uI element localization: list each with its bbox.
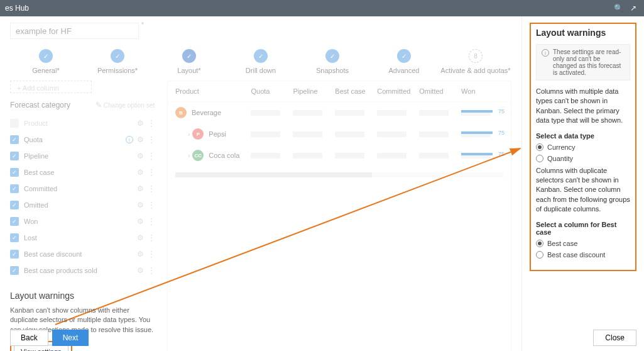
forecast-category-header: Forecast category ✎ Change option set <box>10 97 155 113</box>
checkbox-icon[interactable]: ✓ <box>10 184 19 193</box>
checkbox-icon[interactable]: ✓ <box>10 217 19 226</box>
more-icon[interactable]: ⋮ <box>148 233 155 242</box>
more-icon[interactable]: ⋮ <box>148 135 155 144</box>
checkbox-icon[interactable]: ✓ <box>10 201 19 209</box>
column-header[interactable]: Quota <box>251 87 293 95</box>
table-row[interactable]: ›CCCoca cola75 <box>168 145 511 166</box>
open-new-icon[interactable]: ↗ <box>628 4 639 13</box>
preview-header: ProductQuotaPipelineBest caseCommittedOm… <box>168 81 511 102</box>
more-icon[interactable]: ⋮ <box>148 217 155 226</box>
search-icon[interactable]: 🔍 <box>613 4 624 13</box>
radio-quantity[interactable]: Quantity <box>536 155 630 162</box>
radio-best-case-discount[interactable]: Best case discount <box>536 251 630 259</box>
checkbox-icon[interactable]: ✓ <box>10 266 19 275</box>
column-item[interactable]: ✓Best case⚙⋮ <box>10 165 155 180</box>
column-header[interactable]: Pipeline <box>293 87 335 95</box>
progress-bar <box>461 110 493 113</box>
gear-icon[interactable]: ⚙ <box>137 217 144 226</box>
step-permissions[interactable]: ✓Permissions* <box>82 49 153 74</box>
radio-currency[interactable]: Currency <box>536 143 630 151</box>
avatar: CC <box>192 150 204 161</box>
forecast-name-input[interactable] <box>10 23 139 39</box>
more-icon[interactable]: ⋮ <box>148 250 155 259</box>
value-tip: 75 <box>498 151 505 157</box>
value-tip: 75 <box>498 108 505 114</box>
column-item[interactable]: ✓Omitted⚙⋮ <box>10 198 155 213</box>
back-button[interactable]: Back <box>10 330 48 346</box>
cell <box>293 131 335 137</box>
placeholder-bar <box>377 153 407 159</box>
radio-icon <box>536 143 543 151</box>
column-header[interactable]: Omitted <box>419 87 461 95</box>
placeholder-bar <box>251 110 280 116</box>
readonly-note: i These settings are read-only and can't… <box>536 44 630 81</box>
column-item[interactable]: ✓Best case discount⚙⋮ <box>10 247 155 262</box>
expand-icon[interactable]: › <box>188 152 190 159</box>
step-drilldown[interactable]: ✓Drill down <box>225 49 297 74</box>
panel-title: Layout warnings <box>536 28 630 38</box>
columns-panel: + Add column Forecast category ✎ Change … <box>10 81 155 351</box>
column-item[interactable]: ✓Lost⚙⋮ <box>10 230 155 245</box>
column-header[interactable]: Won <box>461 87 503 95</box>
more-icon[interactable]: ⋮ <box>148 184 155 193</box>
app-title: es Hub <box>5 4 609 13</box>
checkbox-icon[interactable]: ✓ <box>10 233 19 242</box>
checkbox-icon[interactable]: ✓ <box>10 152 19 160</box>
column-header[interactable]: Best case <box>335 87 377 95</box>
column-item[interactable]: ✓Pipeline⚙⋮ <box>10 148 155 164</box>
column-item[interactable]: ✓Best case products sold⚙⋮ <box>10 263 155 278</box>
readonly-note-text: These settings are read-only and can't b… <box>553 48 625 76</box>
avatar: P <box>192 128 204 140</box>
column-item[interactable]: ✓Quotai⚙⋮ <box>10 132 155 147</box>
gear-icon[interactable]: ⚙ <box>137 119 144 128</box>
scrollbar-thumb[interactable] <box>175 172 372 177</box>
gear-icon[interactable]: ⚙ <box>137 152 144 160</box>
checkbox-icon[interactable]: ✓ <box>10 135 19 144</box>
column-item-label: Lost <box>24 234 137 242</box>
next-button[interactable]: Next <box>52 330 89 346</box>
gear-icon[interactable]: ⚙ <box>137 250 144 259</box>
cell <box>251 131 293 137</box>
step-advanced[interactable]: ✓Advanced <box>368 49 440 74</box>
step-snapshots[interactable]: ✓Snapshots <box>297 49 368 74</box>
more-icon[interactable]: ⋮ <box>148 119 155 128</box>
step-general[interactable]: ✓General* <box>10 49 82 74</box>
gear-icon[interactable]: ⚙ <box>137 135 144 144</box>
gear-icon[interactable]: ⚙ <box>137 201 144 209</box>
gear-icon[interactable]: ⚙ <box>137 233 144 242</box>
info-icon[interactable]: i <box>126 136 133 143</box>
avatar: B <box>175 107 187 118</box>
step-activate[interactable]: 8Activate & add quotas* <box>440 49 511 74</box>
more-icon[interactable]: ⋮ <box>148 266 155 275</box>
more-icon[interactable]: ⋮ <box>148 152 155 160</box>
table-row[interactable]: ›PPepsi75 <box>168 123 511 145</box>
more-icon[interactable]: ⋮ <box>148 168 155 177</box>
checkbox-icon[interactable]: ✓ <box>10 250 19 259</box>
column-item[interactable]: Product⚙⋮ <box>10 116 155 131</box>
placeholder-bar <box>251 153 280 159</box>
panel-paragraph-2: Columns with duplicate selectors can't b… <box>536 166 630 214</box>
add-column-button[interactable]: + Add column <box>10 81 92 93</box>
column-item[interactable]: ✓Won⚙⋮ <box>10 214 155 229</box>
column-item[interactable]: ✓Committed⚙⋮ <box>10 181 155 196</box>
cell: 75 <box>461 110 503 116</box>
radio-best-case[interactable]: Best case <box>536 240 630 247</box>
step-layout[interactable]: ✓Layout* <box>153 49 225 74</box>
cell <box>251 153 293 159</box>
change-option-set-link[interactable]: Change option set <box>104 102 155 109</box>
radio-icon <box>536 240 543 247</box>
column-item-label: Omitted <box>24 201 137 209</box>
column-header[interactable]: Product <box>175 87 251 95</box>
checkbox-icon[interactable]: ✓ <box>10 168 19 177</box>
checkbox-icon[interactable] <box>10 119 19 128</box>
table-row[interactable]: BBeverage75 <box>168 102 511 123</box>
gear-icon[interactable]: ⚙ <box>137 184 144 193</box>
more-icon[interactable]: ⋮ <box>148 201 155 209</box>
gear-icon[interactable]: ⚙ <box>137 168 144 177</box>
gear-icon[interactable]: ⚙ <box>137 266 144 275</box>
column-item-label: Best case products sold <box>24 267 137 274</box>
close-button[interactable]: Close <box>593 330 636 346</box>
horizontal-scrollbar[interactable] <box>175 172 503 177</box>
expand-icon[interactable]: › <box>188 131 190 138</box>
column-header[interactable]: Committed <box>377 87 419 95</box>
